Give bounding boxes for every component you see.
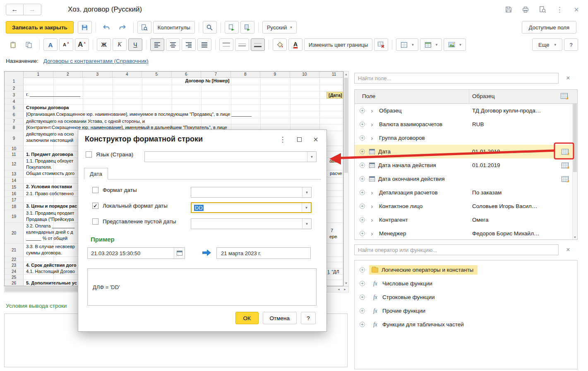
language-checkbox[interactable]: [86, 151, 92, 158]
scroll-down-icon[interactable]: ▼: [344, 280, 348, 286]
field-row[interactable]: +›КонтрагентОмега: [355, 213, 577, 227]
chevron-down-icon[interactable]: ▾: [302, 203, 311, 212]
grid-vertical-scrollbar[interactable]: ▲ ▼: [343, 71, 349, 286]
copy-button[interactable]: [22, 38, 36, 51]
bold-button[interactable]: Ж: [97, 38, 111, 51]
scroll-thumb[interactable]: [344, 78, 348, 173]
function-group-row[interactable]: +Логические операторы и константы: [355, 263, 577, 277]
border-middle-button[interactable]: [235, 38, 249, 51]
grid-row[interactable]: 4: [5, 99, 343, 105]
field-row[interactable]: +›Группа договоров: [355, 131, 577, 145]
text-color-button[interactable]: А: [288, 38, 302, 51]
language-select[interactable]: Русский ▾: [262, 21, 297, 34]
grid-row[interactable]: 5Стороны договора: [5, 105, 343, 111]
help-button[interactable]: ?: [564, 38, 578, 51]
chevron-down-icon[interactable]: ▾: [307, 152, 316, 162]
expand-icon[interactable]: +: [360, 190, 365, 195]
scroll-left-icon[interactable]: ◄: [336, 287, 342, 292]
grid-row[interactable]: 7действующего на основании Устава, с одн…: [5, 118, 343, 124]
scroll-down-icon[interactable]: ▼: [573, 236, 577, 239]
font-button[interactable]: А: [43, 38, 58, 51]
field-row[interactable]: +›МенеджерФедоров Борис Михайл…: [355, 227, 577, 240]
expand-icon[interactable]: +: [360, 163, 365, 168]
ok-button[interactable]: ОК: [235, 312, 259, 324]
copy-format-button[interactable]: [225, 21, 239, 34]
format-string-result[interactable]: ДЛФ = 'DD': [87, 268, 317, 306]
grid-row[interactable]: 6[Организация.Сокращенное юр. наименован…: [5, 111, 343, 118]
function-search-close-icon[interactable]: ×: [561, 245, 575, 255]
function-group-row[interactable]: +fxСтроковые функции: [355, 290, 577, 304]
zoom-button[interactable]: [203, 21, 217, 34]
close-icon[interactable]: ×: [571, 5, 581, 14]
assignment-link[interactable]: Договоры с контрагентами (Справочник): [43, 58, 149, 64]
expand-icon[interactable]: +: [360, 135, 365, 141]
local-date-format-checkbox[interactable]: ✓: [92, 203, 98, 209]
expand-icon[interactable]: +: [360, 231, 365, 236]
align-center-button[interactable]: [166, 38, 180, 51]
expand-icon[interactable]: +: [360, 217, 365, 223]
border-top-button[interactable]: [219, 38, 233, 51]
function-search-input[interactable]: [354, 244, 559, 255]
empty-date-checkbox[interactable]: [92, 218, 98, 225]
field-row[interactable]: +›Контактное лицоСоловьев Игорь Васил…: [355, 199, 577, 213]
format-settings-icon[interactable]: [561, 93, 568, 99]
expand-icon[interactable]: +: [360, 149, 365, 154]
calendar-picker-button[interactable]: [174, 248, 185, 259]
back-button[interactable]: ←: [6, 4, 24, 15]
format-settings-icon[interactable]: [562, 163, 569, 168]
picture-menu-button[interactable]: ▾: [444, 38, 466, 51]
expand-icon[interactable]: +: [360, 322, 365, 327]
save-icon[interactable]: [504, 5, 514, 14]
tab-date[interactable]: Дата: [84, 168, 108, 180]
expand-icon[interactable]: +: [360, 267, 365, 273]
paste-format-button[interactable]: [240, 21, 254, 34]
dialog-close-icon[interactable]: ×: [312, 135, 320, 144]
headers-footers-button[interactable]: Колонтитулы: [153, 21, 195, 34]
cancel-button[interactable]: Отмена: [263, 312, 297, 324]
dialog-menu-icon[interactable]: ⋮: [278, 135, 287, 144]
align-justify-button[interactable]: [197, 38, 211, 51]
field-row[interactable]: +Дата01.01.2019: [355, 145, 577, 158]
expand-icon[interactable]: +: [360, 122, 365, 127]
field-row[interactable]: +›Валюта взаиморасчетовRUB: [355, 117, 577, 131]
expand-icon[interactable]: +: [360, 281, 365, 286]
grid-row[interactable]: 3г. ____________________: [5, 91, 343, 99]
save-button[interactable]: [78, 21, 92, 34]
example-date-input[interactable]: 21.03.2023 15:30:50: [87, 247, 185, 259]
font-size-increase-button[interactable]: А▲: [75, 38, 89, 51]
borders-menu-button[interactable]: ▾: [396, 38, 418, 51]
field-search-close-icon[interactable]: ×: [561, 73, 575, 83]
chevron-down-icon[interactable]: ▾: [302, 187, 311, 197]
italic-button[interactable]: К: [113, 38, 127, 51]
date-format-select[interactable]: ▾: [191, 187, 312, 198]
grid-row[interactable]: 1Договор № [Номер]: [5, 78, 343, 85]
local-date-format-select[interactable]: DD ▾: [191, 202, 312, 213]
format-settings-icon[interactable]: [562, 176, 569, 182]
scroll-right-icon[interactable]: ►: [342, 287, 348, 292]
clear-borders-button[interactable]: [374, 38, 388, 51]
field-row[interactable]: +›ОбразецТД Договор купли-прода…: [355, 104, 577, 117]
redo-button[interactable]: [115, 21, 130, 34]
field-row[interactable]: +Дата начала действия01.01.2019: [355, 158, 577, 172]
table-style-menu-button[interactable]: ▾: [420, 38, 442, 51]
empty-date-select[interactable]: ▾: [191, 218, 312, 229]
align-right-button[interactable]: [182, 38, 196, 51]
available-fields-button[interactable]: Доступные поля: [522, 21, 576, 34]
print-icon[interactable]: [521, 5, 530, 14]
expand-icon[interactable]: +: [360, 108, 365, 113]
save-and-close-button[interactable]: Записать и закрыть: [6, 21, 74, 34]
date-format-checkbox[interactable]: [92, 187, 98, 193]
field-row[interactable]: +›Детализация расчетовПо заказам: [355, 186, 577, 199]
align-left-button[interactable]: [150, 38, 164, 51]
dialog-help-button[interactable]: ?: [301, 312, 316, 324]
format-settings-icon[interactable]: [562, 149, 569, 155]
page-preview-button[interactable]: [137, 21, 151, 34]
paste-button[interactable]: [6, 38, 20, 51]
expand-icon[interactable]: +: [360, 203, 365, 209]
dialog-maximize-icon[interactable]: [295, 135, 303, 144]
scroll-thumb[interactable]: [573, 104, 577, 172]
expand-icon[interactable]: +: [360, 308, 365, 314]
underline-button[interactable]: Ч: [128, 38, 142, 51]
forward-button[interactable]: →: [24, 4, 41, 15]
font-size-decrease-button[interactable]: А▲: [59, 38, 73, 51]
